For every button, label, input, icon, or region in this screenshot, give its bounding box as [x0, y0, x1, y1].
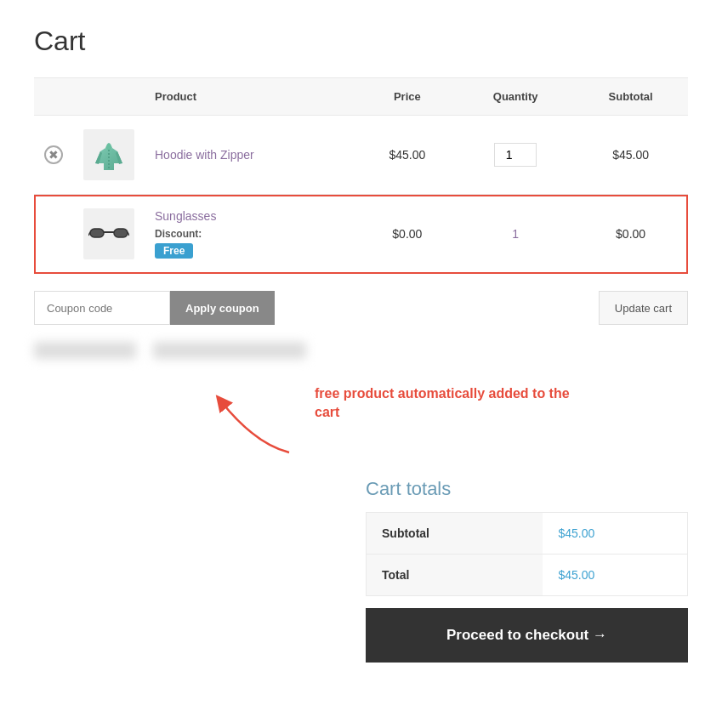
coupon-row: Apply coupon Update cart	[34, 291, 688, 325]
total-row: Total $45.00	[367, 555, 688, 596]
svg-line-4	[88, 232, 90, 236]
table-row-sunglasses: Sunglasses Discount: Free $0.00 1 $0.00	[34, 195, 688, 274]
svg-line-5	[128, 232, 129, 236]
cart-totals-title: Cart totals	[366, 478, 688, 500]
update-cart-button[interactable]: Update cart	[599, 291, 688, 325]
col-header-product: Product	[145, 78, 357, 116]
hoodie-subtotal: $45.00	[573, 116, 688, 195]
discount-label: Discount:	[155, 228, 347, 240]
hoodie-product-link[interactable]: Hoodie with Zipper	[155, 148, 254, 162]
subtotal-value: $45.00	[543, 513, 687, 555]
subtotal-label: Subtotal	[367, 513, 543, 555]
sunglasses-icon	[88, 213, 129, 254]
blurred-item-2	[153, 342, 306, 359]
arrow-icon	[204, 393, 306, 461]
sunglasses-quantity: 1	[512, 227, 519, 241]
totals-table: Subtotal $45.00 Total $45.00	[366, 512, 688, 596]
hoodie-thumbnail	[83, 129, 134, 180]
table-row: ✖	[34, 116, 688, 195]
hoodie-price: $45.00	[357, 116, 458, 195]
blurred-row	[34, 342, 688, 359]
subtotal-row: Subtotal $45.00	[367, 513, 688, 555]
coupon-input[interactable]	[34, 291, 170, 325]
sunglasses-thumbnail	[83, 208, 134, 259]
sunglasses-subtotal: $0.00	[573, 195, 688, 274]
total-label: Total	[367, 555, 543, 596]
apply-coupon-button[interactable]: Apply coupon	[170, 291, 275, 325]
free-badge: Free	[155, 243, 193, 259]
remove-hoodie-button[interactable]: ✖	[44, 145, 63, 164]
hoodie-icon	[88, 134, 129, 175]
annotation-area: free product automatically added to the …	[34, 384, 688, 461]
total-value: $45.00	[543, 555, 687, 596]
cart-table: Product Price Quantity Subtotal ✖	[34, 77, 688, 274]
sunglasses-price: $0.00	[357, 195, 458, 274]
col-header-subtotal: Subtotal	[573, 78, 688, 116]
annotation-text: free product automatically added to the …	[315, 384, 570, 423]
hoodie-quantity-input[interactable]	[494, 143, 537, 167]
blurred-item-1	[34, 342, 136, 359]
coupon-left: Apply coupon	[34, 291, 275, 325]
col-header-quantity: Quantity	[458, 78, 573, 116]
checkout-button[interactable]: Proceed to checkout →	[366, 608, 688, 663]
sunglasses-product-link[interactable]: Sunglasses	[155, 209, 216, 223]
cart-totals-section: Cart totals Subtotal $45.00 Total $45.00…	[366, 478, 688, 663]
svg-rect-1	[90, 229, 104, 237]
page-title: Cart	[34, 26, 688, 57]
col-header-price: Price	[357, 78, 458, 116]
svg-rect-2	[114, 229, 128, 237]
